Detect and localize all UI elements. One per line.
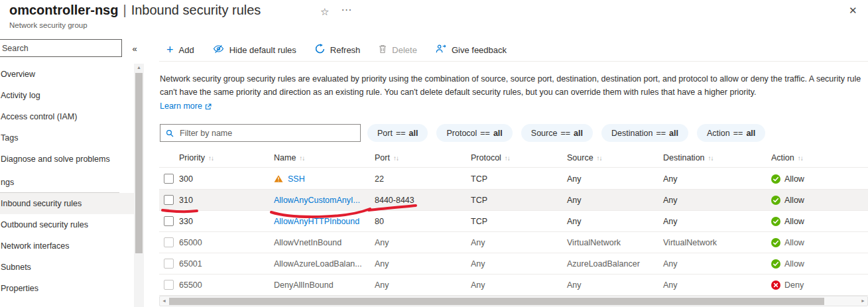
- priority-cell: 65500: [179, 280, 274, 290]
- column-header-name[interactable]: Name↑↓: [274, 153, 375, 162]
- checkbox-cell: [164, 259, 179, 269]
- learn-more-link[interactable]: Learn more: [160, 100, 212, 113]
- action-cell: Allow: [771, 174, 868, 184]
- sidebar-scrollbar-thumb[interactable]: [135, 73, 143, 253]
- priority-cell: 310: [179, 196, 274, 205]
- delete-label: Delete: [392, 45, 417, 55]
- deny-icon: [771, 280, 780, 290]
- source-cell: AzureLoadBalancer: [567, 259, 663, 269]
- column-header-port[interactable]: Port↑↓: [375, 153, 471, 162]
- destination-cell: Any: [663, 280, 771, 290]
- destination-cell: Any: [663, 174, 771, 184]
- row-checkbox[interactable]: [164, 195, 174, 205]
- delete-button[interactable]: Delete: [371, 41, 424, 59]
- sidebar-item-overview[interactable]: Overview: [0, 64, 134, 85]
- sidebar-item-inbound-security-rules[interactable]: Inbound security rules: [0, 193, 134, 214]
- name-filter-box[interactable]: [160, 124, 361, 142]
- sidebar-item-properties[interactable]: Properties: [0, 278, 134, 299]
- action-label: Allow: [784, 259, 804, 269]
- priority-cell: 65000: [179, 238, 274, 247]
- action-label: Allow: [784, 217, 804, 226]
- checkbox-cell: [164, 174, 179, 184]
- row-checkbox[interactable]: [164, 216, 174, 226]
- table-row-310: 310AllowAnyCustomAnyI...8440-8443TCPAnyA…: [159, 190, 868, 211]
- column-header-label: Protocol: [471, 153, 501, 162]
- source-cell: Any: [567, 217, 663, 226]
- row-checkbox[interactable]: [164, 280, 174, 290]
- scrollbar-right-icon[interactable]: ►: [861, 298, 865, 303]
- pill-value: all: [493, 129, 503, 138]
- pill-operator: ==: [560, 129, 570, 138]
- rule-name-link: AllowAzureLoadBalan...: [274, 259, 362, 269]
- sidebar: « OverviewActivity logAccess control (IA…: [0, 0, 154, 307]
- sidebar-item-access-control-iam[interactable]: Access control (IAM): [0, 106, 134, 127]
- sidebar-search-input[interactable]: [0, 39, 122, 57]
- action-cell: Deny: [771, 280, 868, 290]
- port-cell: 22: [375, 174, 471, 184]
- filter-pill-source[interactable]: Source==all: [521, 124, 593, 142]
- name-filter-input[interactable]: [178, 128, 355, 139]
- action-cell: Allow: [771, 238, 868, 247]
- pill-field: Destination: [611, 129, 653, 138]
- action-cell: Allow: [771, 217, 868, 226]
- destination-cell: VirtualNetwork: [663, 238, 771, 247]
- sidebar-item-outbound-security-rules[interactable]: Outbound security rules: [0, 214, 134, 235]
- row-checkbox[interactable]: [164, 174, 174, 184]
- filter-pill-port[interactable]: Port==all: [367, 124, 428, 142]
- row-checkbox[interactable]: [164, 259, 174, 269]
- filter-pill-action[interactable]: Action==all: [697, 124, 765, 142]
- column-header-label: Source: [567, 153, 593, 162]
- sidebar-collapse-icon[interactable]: «: [127, 41, 143, 56]
- filter-pill-protocol[interactable]: Protocol==all: [436, 124, 512, 142]
- sidebar-scrollbar[interactable]: ▲: [134, 64, 144, 307]
- hide-default-rules-button[interactable]: Hide default rules: [206, 41, 304, 59]
- column-header-priority[interactable]: Priority↑↓: [179, 153, 274, 162]
- column-header-protocol[interactable]: Protocol↑↓: [471, 153, 567, 162]
- table-body: 300SSH22TCPAnyAnyAllow310AllowAnyCustomA…: [159, 168, 868, 296]
- protocol-cell: Any: [471, 259, 567, 269]
- sidebar-item-subnets[interactable]: Subnets: [0, 257, 134, 278]
- name-cell: AllowAzureLoadBalan...: [274, 259, 375, 269]
- filter-pill-destination[interactable]: Destination==all: [601, 124, 688, 142]
- allow-icon: [771, 174, 780, 184]
- sidebar-item-tags[interactable]: Tags: [0, 127, 134, 149]
- scrollbar-up-icon[interactable]: ▲: [134, 65, 144, 70]
- action-label: Deny: [784, 280, 804, 290]
- rule-name-link: DenyAllInBound: [274, 280, 334, 290]
- checkbox-cell: [164, 216, 179, 226]
- sidebar-item-diagnose-and-solve-problems[interactable]: Diagnose and solve problems: [0, 149, 134, 170]
- rule-name-link[interactable]: AllowAnyHTTPInbound: [274, 217, 359, 226]
- rule-name-link[interactable]: SSH: [288, 174, 305, 184]
- checkbox-cell: [164, 237, 179, 247]
- filter-row: Port==allProtocol==allSource==allDestina…: [160, 124, 868, 142]
- add-button[interactable]: +Add: [159, 42, 202, 58]
- sort-arrows-icon: ↑↓: [798, 154, 803, 162]
- pill-operator: ==: [396, 129, 406, 138]
- refresh-button[interactable]: Refresh: [308, 40, 368, 59]
- pill-operator: ==: [733, 129, 743, 138]
- action-label: Allow: [784, 174, 804, 184]
- give-feedback-button[interactable]: Give feedback: [428, 41, 514, 58]
- column-header-destination[interactable]: Destination↑↓: [663, 153, 771, 162]
- sidebar-item-activity-log[interactable]: Activity log: [0, 85, 134, 106]
- rule-name-link[interactable]: AllowAnyCustomAnyI...: [274, 196, 360, 205]
- rule-name-link: AllowVnetInBound: [274, 238, 341, 247]
- description-block: Network security group security rules ar…: [160, 73, 865, 113]
- warning-icon: [274, 174, 283, 184]
- sidebar-nav-settings: Inbound security rulesOutbound security …: [0, 193, 134, 299]
- source-cell: Any: [567, 196, 663, 205]
- row-checkbox[interactable]: [164, 237, 174, 247]
- pill-operator: ==: [656, 129, 666, 138]
- give-feedback-label: Give feedback: [452, 45, 507, 55]
- horizontal-scrollbar-thumb[interactable]: [169, 298, 824, 305]
- column-header-action[interactable]: Action↑↓: [771, 153, 868, 162]
- column-header-source[interactable]: Source↑↓: [567, 153, 663, 162]
- scrollbar-left-icon[interactable]: ◄: [162, 298, 166, 303]
- pill-value: all: [574, 129, 583, 138]
- name-cell: AllowAnyHTTPInbound: [274, 217, 375, 226]
- horizontal-scrollbar[interactable]: ◄ ►: [159, 296, 868, 306]
- sidebar-item-network-interfaces[interactable]: Network interfaces: [0, 235, 134, 257]
- name-cell: AllowAnyCustomAnyI...: [274, 196, 375, 205]
- allow-icon: [771, 238, 780, 247]
- action-cell: Allow: [771, 259, 868, 269]
